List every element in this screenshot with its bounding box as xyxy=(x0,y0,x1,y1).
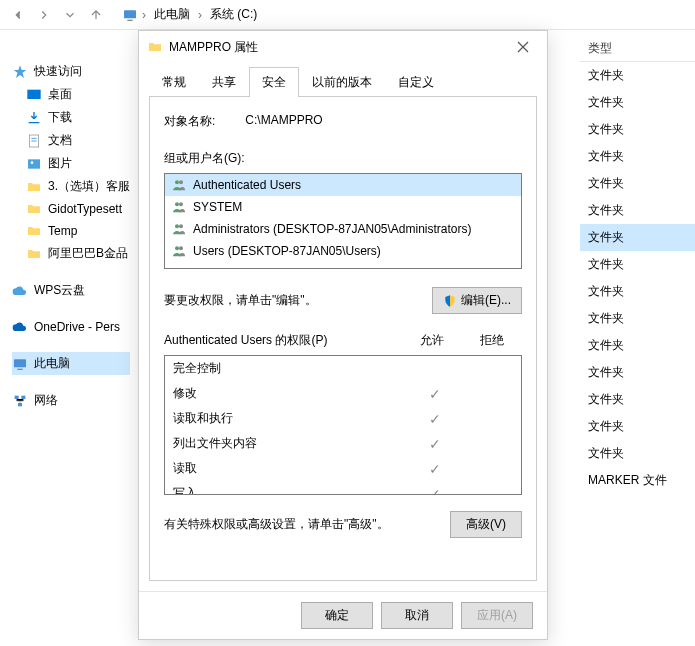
svg-point-18 xyxy=(179,224,183,228)
network-icon xyxy=(12,393,28,409)
type-cell[interactable]: MARKER 文件 xyxy=(580,467,695,494)
folder-icon xyxy=(26,201,42,217)
chevron-right-icon: › xyxy=(142,8,146,22)
shield-icon xyxy=(443,294,457,308)
advanced-button[interactable]: 高级(V) xyxy=(450,511,522,538)
permission-name: 修改 xyxy=(173,385,409,402)
user-list[interactable]: Authenticated UsersSYSTEMAdministrators … xyxy=(164,173,522,269)
type-cell[interactable]: 文件夹 xyxy=(580,278,695,305)
type-cell[interactable]: 文件夹 xyxy=(580,170,695,197)
folder-icon xyxy=(26,179,42,195)
type-column: 类型 文件夹文件夹文件夹文件夹文件夹文件夹文件夹文件夹文件夹文件夹文件夹文件夹文… xyxy=(580,30,695,646)
folder-icon xyxy=(147,39,163,55)
forward-button[interactable] xyxy=(34,5,54,25)
sidebar-item-this-pc[interactable]: 此电脑 xyxy=(12,352,130,375)
edit-button[interactable]: 编辑(E)... xyxy=(432,287,522,314)
tab-security[interactable]: 安全 xyxy=(249,67,299,97)
close-button[interactable] xyxy=(507,35,539,59)
sidebar-item-documents[interactable]: 文档 xyxy=(12,129,130,152)
cloud-icon xyxy=(12,283,28,299)
edit-hint: 要更改权限，请单击"编辑"。 xyxy=(164,292,432,309)
svg-point-16 xyxy=(179,202,183,206)
type-cell[interactable]: 文件夹 xyxy=(580,224,695,251)
svg-rect-9 xyxy=(17,368,22,369)
allow-check-icon: ✓ xyxy=(409,386,461,402)
type-cell[interactable]: 文件夹 xyxy=(580,359,695,386)
permission-row: 列出文件夹内容✓ xyxy=(165,431,521,456)
svg-rect-11 xyxy=(21,395,25,398)
user-row[interactable]: Administrators (DESKTOP-87JAN05\Administ… xyxy=(165,218,521,240)
sidebar-label: 阿里巴巴B金品 xyxy=(48,245,128,262)
sidebar-item-folder[interactable]: Temp xyxy=(12,220,130,242)
type-cell[interactable]: 文件夹 xyxy=(580,197,695,224)
column-header-type[interactable]: 类型 xyxy=(580,36,695,62)
permission-row: 完全控制 xyxy=(165,356,521,381)
document-icon xyxy=(26,133,42,149)
tab-share[interactable]: 共享 xyxy=(199,67,249,97)
tab-panel-security: 对象名称: C:\MAMPPRO 组或用户名(G): Authenticated… xyxy=(149,96,537,581)
sidebar-label: 图片 xyxy=(48,155,72,172)
permissions-title: Authenticated Users 的权限(P) xyxy=(164,332,402,349)
back-button[interactable] xyxy=(8,5,28,25)
type-cell[interactable]: 文件夹 xyxy=(580,116,695,143)
type-cell[interactable]: 文件夹 xyxy=(580,413,695,440)
sidebar-item-onedrive[interactable]: OneDrive - Pers xyxy=(12,316,130,338)
pictures-icon xyxy=(26,156,42,172)
dialog-titlebar: MAMPPRO 属性 xyxy=(139,31,547,63)
sidebar-item-desktop[interactable]: 桌面 xyxy=(12,83,130,106)
type-cell[interactable]: 文件夹 xyxy=(580,332,695,359)
user-row[interactable]: Users (DESKTOP-87JAN05\Users) xyxy=(165,240,521,262)
tab-general[interactable]: 常规 xyxy=(149,67,199,97)
users-icon xyxy=(171,221,187,237)
permission-name: 读取和执行 xyxy=(173,410,409,427)
advanced-hint: 有关特殊权限或高级设置，请单击"高级"。 xyxy=(164,516,450,533)
type-cell[interactable]: 文件夹 xyxy=(580,62,695,89)
sidebar-label: 网络 xyxy=(34,392,58,409)
sidebar-item-downloads[interactable]: 下载 xyxy=(12,106,130,129)
sidebar-item-network[interactable]: 网络 xyxy=(12,389,130,412)
sidebar-label: 文档 xyxy=(48,132,72,149)
sidebar-label: GidotTypesett xyxy=(48,202,122,216)
star-icon xyxy=(12,64,28,80)
type-cell[interactable]: 文件夹 xyxy=(580,440,695,467)
permissions-list[interactable]: 完全控制修改✓读取和执行✓列出文件夹内容✓读取✓写入✓ xyxy=(164,355,522,495)
toolbar: › 此电脑 › 系统 (C:) xyxy=(0,0,695,30)
sidebar-label: WPS云盘 xyxy=(34,282,85,299)
sidebar-item-folder[interactable]: 阿里巴巴B金品 xyxy=(12,242,130,265)
users-icon xyxy=(171,177,187,193)
ok-button[interactable]: 确定 xyxy=(301,602,373,629)
desktop-icon xyxy=(26,87,42,103)
folder-icon xyxy=(26,223,42,239)
apply-button[interactable]: 应用(A) xyxy=(461,602,533,629)
type-cell[interactable]: 文件夹 xyxy=(580,251,695,278)
recent-dropdown[interactable] xyxy=(60,5,80,25)
tab-custom[interactable]: 自定义 xyxy=(385,67,447,97)
permission-row: 读取和执行✓ xyxy=(165,406,521,431)
type-cell[interactable]: 文件夹 xyxy=(580,143,695,170)
permission-row: 写入✓ xyxy=(165,481,521,495)
sidebar-label: OneDrive - Pers xyxy=(34,320,120,334)
object-name-value: C:\MAMPPRO xyxy=(245,113,322,130)
cancel-button[interactable]: 取消 xyxy=(381,602,453,629)
user-row[interactable]: Authenticated Users xyxy=(165,174,521,196)
deny-column-header: 拒绝 xyxy=(462,332,522,349)
breadcrumb: › 此电脑 › 系统 (C:) xyxy=(122,4,261,25)
sidebar-item-folder[interactable]: GidotTypesett xyxy=(12,198,130,220)
type-cell[interactable]: 文件夹 xyxy=(580,305,695,332)
breadcrumb-item[interactable]: 系统 (C:) xyxy=(206,4,261,25)
user-row[interactable]: SYSTEM xyxy=(165,196,521,218)
user-name: Authenticated Users xyxy=(193,178,301,192)
sidebar-label: 3.（选填）客服 xyxy=(48,178,130,195)
chevron-right-icon: › xyxy=(198,8,202,22)
type-cell[interactable]: 文件夹 xyxy=(580,89,695,116)
allow-check-icon: ✓ xyxy=(409,461,461,477)
tab-previous-versions[interactable]: 以前的版本 xyxy=(299,67,385,97)
sidebar-quick-access[interactable]: 快速访问 xyxy=(12,60,130,83)
up-button[interactable] xyxy=(86,5,106,25)
sidebar-item-folder[interactable]: 3.（选填）客服 xyxy=(12,175,130,198)
type-cell[interactable]: 文件夹 xyxy=(580,386,695,413)
svg-point-17 xyxy=(175,224,179,228)
breadcrumb-item[interactable]: 此电脑 xyxy=(150,4,194,25)
sidebar-item-wps[interactable]: WPS云盘 xyxy=(12,279,130,302)
sidebar-item-pictures[interactable]: 图片 xyxy=(12,152,130,175)
